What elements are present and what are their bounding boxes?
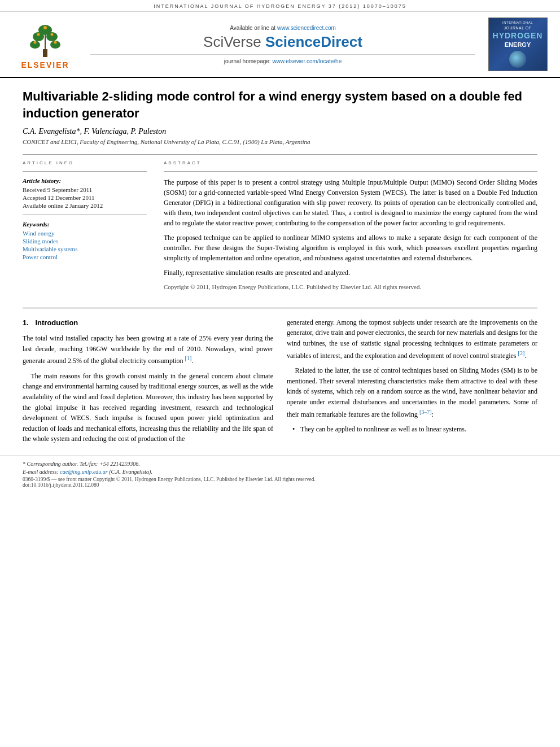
info-middle-divider bbox=[23, 215, 147, 215]
article-info-label: ARTICLE INFO bbox=[23, 160, 147, 165]
abstract-label: ABSTRACT bbox=[164, 160, 537, 165]
sciverse-logo: SciVerse ScienceDirect bbox=[90, 33, 475, 51]
accepted-date: Accepted 12 December 2011 bbox=[23, 194, 147, 201]
hydrogen-logo-box: International Journal of HYDROGEN ENERGY bbox=[488, 18, 548, 71]
footer-issn: 0360-3199/$ — see front matter Copyright… bbox=[23, 477, 537, 482]
abstract-column: ABSTRACT The purpose of this paper is to… bbox=[164, 160, 537, 296]
section1-title: Introduction bbox=[35, 318, 78, 327]
ref-3-7[interactable]: [3–7] bbox=[419, 409, 432, 415]
copyright-text: Copyright © 2011, Hydrogen Energy Public… bbox=[164, 282, 537, 292]
main-content: Multivariable 2-sliding mode control for… bbox=[0, 88, 560, 449]
article-title: Multivariable 2-sliding mode control for… bbox=[23, 88, 537, 121]
abstract-top-divider bbox=[164, 171, 537, 172]
ref-2[interactable]: [2] bbox=[518, 350, 525, 356]
abstract-text: The purpose of this paper is to present … bbox=[164, 177, 537, 292]
info-top-divider bbox=[23, 171, 147, 172]
keywords-label: Keywords: bbox=[23, 221, 147, 228]
email-note: E-mail address: cae@ing.unlp.edu.ar (C.A… bbox=[23, 469, 537, 475]
elsevier-tree-icon bbox=[23, 20, 68, 59]
svg-point-11 bbox=[54, 41, 57, 43]
received-date: Received 9 September 2011 bbox=[23, 186, 147, 193]
available-online-text: Available online at www.sciencedirect.co… bbox=[90, 25, 475, 31]
affiliation-line: CONICET and LEICI, Faculty of Engineerin… bbox=[23, 138, 537, 145]
svg-point-7 bbox=[43, 26, 47, 29]
body-col-left: 1. Introduction The total wind installed… bbox=[23, 317, 273, 449]
article-history-label: Article history: bbox=[23, 177, 147, 184]
keyword-power-control[interactable]: Power control bbox=[23, 254, 147, 260]
hydrogen-intl-text: International bbox=[493, 21, 543, 25]
section1-heading: 1. Introduction bbox=[23, 317, 273, 329]
hydrogen-logo-text: International Journal of HYDROGEN ENERGY bbox=[493, 21, 543, 67]
elsevier-brand-text: ELSEVIER bbox=[21, 60, 69, 69]
body-columns: 1. Introduction The total wind installed… bbox=[23, 317, 537, 449]
author-email[interactable]: cae@ing.unlp.edu.ar bbox=[60, 469, 107, 475]
hydrogen-circle-icon bbox=[509, 51, 526, 68]
svg-rect-0 bbox=[43, 49, 47, 57]
hydrogen-energy-logo: International Journal of HYDROGEN ENERGY bbox=[487, 18, 549, 71]
article-info-column: ARTICLE INFO Article history: Received 9… bbox=[23, 160, 147, 296]
journal-header-bar: INTERNATIONAL JOURNAL OF HYDROGEN ENERGY… bbox=[0, 0, 560, 12]
sciverse-sci: SciVerse bbox=[203, 33, 265, 50]
abstract-paragraph-3: Finally, representative simulation resul… bbox=[164, 268, 537, 278]
bullet-item-1: They can be applied to nonlinear as well… bbox=[292, 424, 537, 435]
svg-point-8 bbox=[37, 33, 40, 36]
sciencedirect-link[interactable]: www.sciencedirect.com bbox=[277, 25, 336, 31]
body-col1-para1: The total wind installed capacity has be… bbox=[23, 333, 273, 366]
energy-word: ENERGY bbox=[493, 41, 543, 49]
bullet-list: They can be applied to nonlinear as well… bbox=[287, 424, 537, 435]
hydrogen-word: HYDROGEN bbox=[493, 30, 543, 41]
hydrogen-journal-text: Journal of bbox=[493, 25, 543, 30]
footer-doi: doi:10.1016/j.ijhydene.2011.12.080 bbox=[23, 482, 537, 488]
corresponding-author-note: * Corresponding author. Tel./fax: +54 22… bbox=[23, 461, 537, 467]
authors-line: C.A. Evangelista*, F. Valenciaga, P. Pul… bbox=[23, 127, 537, 136]
body-divider bbox=[23, 308, 537, 308]
article-info-abstract: ARTICLE INFO Article history: Received 9… bbox=[23, 160, 537, 296]
header-divider bbox=[23, 154, 537, 155]
journal-citation: INTERNATIONAL JOURNAL OF HYDROGEN ENERGY… bbox=[154, 3, 406, 9]
body-col2-para1: generated energy. Among the topmost subj… bbox=[287, 317, 537, 361]
body-col-right: generated energy. Among the topmost subj… bbox=[287, 317, 537, 449]
journal-header: ELSEVIER Available online at www.science… bbox=[0, 12, 560, 78]
journal-homepage-line: journal homepage: www.elsevier.com/locat… bbox=[90, 54, 475, 64]
keyword-sliding-modes[interactable]: Sliding modes bbox=[23, 238, 147, 244]
svg-point-10 bbox=[34, 41, 37, 43]
svg-point-9 bbox=[51, 33, 54, 36]
keyword-multivariable-systems[interactable]: Multivariable systems bbox=[23, 246, 147, 252]
abstract-paragraph-1: The purpose of this paper is to present … bbox=[164, 177, 537, 228]
body-col2-para2: Related to the latter, the use of contro… bbox=[287, 365, 537, 420]
sciverse-center: Available online at www.sciencedirect.co… bbox=[79, 25, 487, 64]
body-col1-para2: The main reasons for this growth consist… bbox=[23, 371, 273, 444]
sciverse-sciencedirect: ScienceDirect bbox=[265, 33, 362, 50]
page-footer: * Corresponding author. Tel./fax: +54 22… bbox=[0, 456, 560, 490]
keyword-wind-energy[interactable]: Wind energy bbox=[23, 230, 147, 237]
available-online-date: Available online 2 January 2012 bbox=[23, 202, 147, 209]
journal-homepage-link[interactable]: www.elsevier.com/locate/he bbox=[272, 58, 342, 64]
abstract-paragraph-2: The proposed technique can be applied to… bbox=[164, 233, 537, 263]
ref-1[interactable]: [1] bbox=[185, 355, 192, 361]
section1-number: 1. bbox=[23, 318, 29, 327]
elsevier-logo: ELSEVIER bbox=[11, 20, 79, 69]
